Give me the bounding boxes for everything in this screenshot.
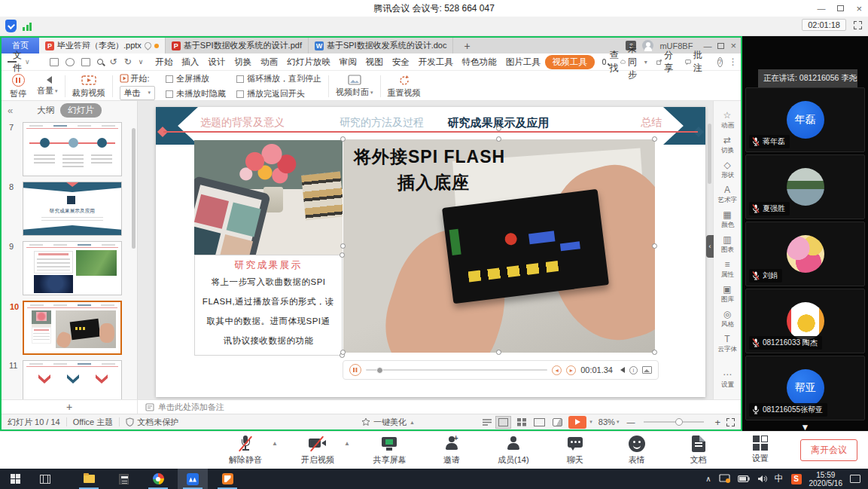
quick-access-caret[interactable]: ∨ bbox=[139, 58, 144, 66]
menu-item-insert[interactable]: 插入 bbox=[177, 57, 203, 68]
fullscreen-icon[interactable] bbox=[854, 21, 862, 29]
checkbox-rewind[interactable]: 播放完返回开头 bbox=[236, 88, 305, 99]
slide-video-frame[interactable]: 将外接SPI FLASH 插入底座 bbox=[343, 139, 655, 353]
settings-button[interactable]: 设置 bbox=[737, 436, 784, 464]
close-button[interactable]: × bbox=[856, 3, 862, 14]
player-next-frame-button[interactable]: ▸ bbox=[566, 365, 576, 375]
tab-pdf[interactable]: P 基于SPI数据收发系统的设计.pdf bbox=[166, 38, 309, 53]
tool-colors[interactable]: ▦颜色 bbox=[720, 208, 735, 232]
video-handle-ne[interactable] bbox=[652, 136, 657, 142]
notes-view-icon[interactable] bbox=[482, 418, 492, 426]
slide-area-scrollbar[interactable] bbox=[708, 124, 711, 184]
slide-canvas[interactable]: 选题的背景及意义 研究的方法及过程 研究成果展示及应用 总结 研究成果展示 bbox=[156, 107, 705, 397]
tool-wordart[interactable]: A艺术字 bbox=[717, 183, 739, 207]
zoom-out-button[interactable]: — bbox=[626, 417, 635, 426]
zoom-slider[interactable] bbox=[644, 421, 704, 423]
tab-doc[interactable]: W 基于SPI数据收发系统的设计.doc bbox=[309, 38, 454, 53]
file-menu-caret[interactable]: ∨ bbox=[25, 58, 30, 66]
slide-thumbnail-11[interactable]: 11 bbox=[23, 360, 122, 399]
trim-video-button[interactable]: 裁剪视频 bbox=[67, 72, 111, 100]
tool-style[interactable]: ◎风格 bbox=[720, 307, 735, 332]
slide-nav-topic4[interactable]: 总结 bbox=[641, 116, 662, 130]
tray-cast-icon[interactable] bbox=[719, 474, 730, 484]
player-cover-icon[interactable] bbox=[642, 366, 652, 374]
members-button[interactable]: 成员(14) bbox=[490, 436, 537, 466]
find-button[interactable]: 查找 bbox=[602, 49, 620, 75]
tool-animation[interactable]: ☆动画 bbox=[720, 108, 735, 133]
participant-tile-3[interactable]: 刘娟 bbox=[745, 222, 865, 286]
player-prev-frame-button[interactable]: ◂ bbox=[552, 365, 562, 375]
share-button[interactable]: 分享 bbox=[656, 49, 676, 75]
ime-indicator[interactable]: 中 bbox=[775, 472, 784, 485]
restore-button[interactable] bbox=[837, 5, 844, 11]
chat-button[interactable]: 聊天 bbox=[552, 436, 598, 466]
taskbar-clock[interactable]: 15:59 2020/5/16 bbox=[809, 471, 843, 487]
docs-button[interactable]: 文档 bbox=[675, 436, 722, 466]
menu-item-animation[interactable]: 动画 bbox=[256, 57, 282, 68]
action-center-icon[interactable] bbox=[850, 475, 860, 483]
zoom-level[interactable]: 83% bbox=[598, 417, 615, 426]
video-handle-n[interactable] bbox=[496, 136, 501, 142]
menu-item-features[interactable]: 特色功能 bbox=[458, 57, 501, 68]
participant-tile-4[interactable]: 081216033 陶杰 bbox=[745, 289, 865, 353]
handout-view-button[interactable] bbox=[553, 418, 562, 426]
normal-view-button-active[interactable] bbox=[495, 416, 511, 429]
slide-photo-tablet-flowers[interactable] bbox=[194, 140, 343, 256]
help-icon[interactable]: ? bbox=[717, 57, 723, 67]
tool-properties[interactable]: ≡属性 bbox=[720, 258, 735, 282]
participant-tile-2[interactable]: 夏强胜 bbox=[745, 154, 865, 219]
tab-slides[interactable]: 幻灯片 bbox=[60, 103, 102, 118]
redo-icon[interactable]: ↻ bbox=[124, 57, 132, 67]
menu-item-design[interactable]: 设计 bbox=[203, 57, 230, 68]
video-rotate-handle[interactable] bbox=[496, 126, 501, 131]
meeting-security-icon[interactable] bbox=[5, 20, 17, 32]
video-handle-e[interactable] bbox=[652, 243, 657, 249]
camera-options-caret[interactable]: ▲ bbox=[344, 436, 350, 447]
slide-thumbnail-9[interactable]: 9 bbox=[23, 241, 122, 295]
account-avatar[interactable] bbox=[642, 40, 653, 51]
new-slide-button[interactable]: + bbox=[2, 400, 138, 414]
reading-view-button[interactable] bbox=[534, 418, 545, 426]
tool-gallery[interactable]: ▣图库 bbox=[720, 283, 735, 307]
checkbox-loop[interactable]: 循环播放，直到停止 bbox=[236, 73, 321, 84]
player-volume-icon[interactable] bbox=[617, 367, 625, 373]
tool-charts[interactable]: ▥图表 bbox=[720, 233, 735, 257]
checkbox-fullscreen-play[interactable]: 全屏播放 bbox=[166, 73, 209, 84]
tab-pptx[interactable]: P 毕业答辩（李尧）.pptx bbox=[39, 38, 166, 53]
wps-close-button[interactable]: × bbox=[730, 40, 736, 51]
print-icon[interactable] bbox=[81, 58, 90, 66]
participant-tile-1[interactable]: 年磊 蒋年磊 bbox=[745, 87, 865, 152]
video-handle-nw[interactable] bbox=[340, 136, 346, 142]
theme-name[interactable]: Office 主题 bbox=[73, 417, 114, 428]
notes-input[interactable]: 单击此处添加备注 bbox=[138, 400, 224, 414]
leave-meeting-button[interactable]: 离开会议 bbox=[800, 439, 857, 461]
menu-item-videotools-active[interactable]: 视频工具 bbox=[545, 55, 595, 69]
file-explorer-button[interactable] bbox=[74, 469, 104, 489]
new-tab-button[interactable]: + bbox=[453, 40, 480, 52]
tray-volume-icon[interactable] bbox=[757, 475, 767, 483]
beautify-button[interactable]: 一键美化 ▲ bbox=[361, 417, 415, 428]
video-handle-sw[interactable] bbox=[340, 350, 346, 355]
slideshow-dropdown[interactable]: ▾ bbox=[589, 419, 592, 425]
player-progress-knob[interactable] bbox=[376, 367, 383, 374]
menu-item-review[interactable]: 审阅 bbox=[335, 57, 361, 68]
slide-sorter-view-button[interactable] bbox=[517, 418, 526, 426]
mic-options-caret[interactable]: ▲ bbox=[272, 436, 278, 447]
textbox-handle[interactable] bbox=[340, 252, 345, 258]
slide-nav-topic1[interactable]: 选题的背景及意义 bbox=[200, 116, 285, 130]
start-mode-dropdown[interactable]: 单击 ▾ bbox=[120, 86, 156, 100]
tool-cloudfonts[interactable]: T云字体 bbox=[717, 332, 739, 356]
slide-thumbnail-10-selected[interactable]: 10 bbox=[23, 301, 122, 355]
tool-settings[interactable]: ⋯设置 bbox=[720, 368, 735, 392]
video-handle-s[interactable] bbox=[496, 350, 501, 355]
start-video-button[interactable]: 开启视频 bbox=[294, 436, 341, 466]
emoji-button[interactable]: 表情 bbox=[614, 436, 660, 466]
slide-thumbnail-8[interactable]: 8 研究成果展示及应用 bbox=[23, 182, 122, 236]
start-button[interactable] bbox=[0, 469, 30, 489]
menu-item-devtools[interactable]: 开发工具 bbox=[414, 57, 458, 68]
invite-button[interactable]: + 邀请 bbox=[428, 436, 475, 466]
fit-slide-button[interactable] bbox=[726, 418, 735, 426]
slide-nav-topic2[interactable]: 研究的方法及过程 bbox=[340, 116, 424, 130]
save-icon[interactable] bbox=[50, 58, 59, 66]
checkbox-hide-when-idle[interactable]: 未播放时隐藏 bbox=[166, 88, 226, 99]
